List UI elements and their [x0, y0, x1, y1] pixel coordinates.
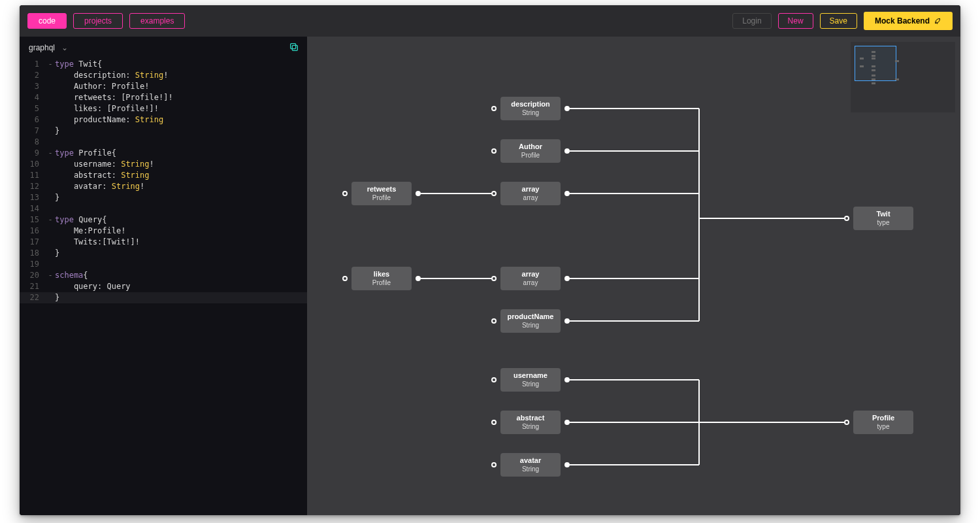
code-line[interactable]: 17 Twits:[Twit!]! — [20, 237, 307, 248]
code-line[interactable]: 11 abstract: String — [20, 170, 307, 181]
topbar-tabs: codeprojectsexamples — [27, 13, 185, 29]
code-line[interactable]: 18 } — [20, 248, 307, 259]
code-line[interactable]: 3 Author: Profile! — [20, 81, 307, 92]
topbar: codeprojectsexamples Login New Save Mock… — [20, 5, 960, 37]
node-port-l[interactable] — [342, 191, 348, 196]
code-line[interactable]: 4 retweets: [Profile!]! — [20, 92, 307, 103]
editor-header: graphql ⌄ — [20, 37, 307, 59]
node-port-r[interactable] — [564, 276, 570, 281]
save-button[interactable]: Save — [820, 13, 857, 29]
rocket-icon — [934, 17, 941, 25]
node-port-r[interactable] — [564, 462, 570, 467]
code-line[interactable]: 7 } — [20, 126, 307, 137]
graph-canvas[interactable]: retweetsProfilelikesProfiledescriptionSt… — [307, 37, 960, 515]
code-line[interactable]: 2 description: String! — [20, 70, 307, 81]
node-port-r[interactable] — [564, 106, 570, 111]
graph-node-arr1[interactable]: arrayarray — [500, 182, 561, 205]
code-line[interactable]: 12 avatar: String! — [20, 181, 307, 192]
node-port-l[interactable] — [844, 216, 849, 221]
tab-code[interactable]: code — [27, 13, 67, 29]
minimap[interactable] — [851, 42, 955, 112]
node-port-l[interactable] — [491, 106, 497, 111]
code-line[interactable]: 19 — [20, 259, 307, 270]
code-line[interactable]: 1-type Twit{ — [20, 59, 307, 70]
login-button[interactable]: Login — [732, 13, 771, 29]
graph-node-retweets[interactable]: retweetsProfile — [351, 182, 412, 205]
graph-node-arr2[interactable]: arrayarray — [500, 267, 561, 290]
mock-backend-button[interactable]: Mock Backend — [864, 12, 953, 30]
node-port-l[interactable] — [491, 148, 497, 154]
code-line[interactable]: 15-type Query{ — [20, 214, 307, 226]
svg-rect-0 — [292, 45, 297, 50]
new-button[interactable]: New — [778, 13, 813, 29]
graph-node-Profile[interactable]: Profiletype — [853, 411, 913, 434]
node-port-r[interactable] — [564, 318, 570, 324]
graph-node-Twit[interactable]: Twittype — [853, 207, 913, 230]
chevron-down-icon[interactable]: ⌄ — [61, 43, 68, 52]
code-line[interactable]: 6 productName: String — [20, 114, 307, 126]
code-line[interactable]: 9-type Profile{ — [20, 148, 307, 159]
svg-rect-1 — [291, 44, 296, 49]
graph-node-description[interactable]: descriptionString — [500, 97, 561, 120]
graph-node-likes[interactable]: likesProfile — [351, 267, 412, 290]
code-line[interactable]: 16 Me:Profile! — [20, 226, 307, 237]
code-line[interactable]: 13 } — [20, 192, 307, 203]
tab-projects[interactable]: projects — [73, 13, 123, 29]
node-port-r[interactable] — [564, 191, 570, 196]
node-port-r[interactable] — [416, 276, 421, 281]
node-port-l[interactable] — [491, 462, 497, 467]
tab-examples[interactable]: examples — [129, 13, 185, 29]
code-line[interactable]: 20-schema{ — [20, 270, 307, 281]
minimap-viewport[interactable] — [855, 46, 896, 81]
code-editor[interactable]: graphql ⌄ 1-type Twit{2 description: Str… — [20, 37, 307, 515]
code-line[interactable]: 10 username: String! — [20, 159, 307, 170]
code-line[interactable]: 22 } — [20, 292, 307, 303]
node-port-r[interactable] — [416, 191, 421, 196]
node-port-l[interactable] — [491, 377, 497, 382]
mock-backend-label: Mock Backend — [875, 16, 930, 25]
graph-node-username[interactable]: usernameString — [500, 368, 561, 392]
code-line[interactable]: 5 likes: [Profile!]! — [20, 103, 307, 114]
code-body[interactable]: 1-type Twit{2 description: String!3 Auth… — [20, 59, 307, 303]
code-line[interactable]: 21 query: Query — [20, 281, 307, 292]
app-frame: codeprojectsexamples Login New Save Mock… — [20, 5, 960, 515]
node-port-l[interactable] — [491, 191, 497, 196]
node-port-l[interactable] — [342, 276, 348, 281]
node-port-l[interactable] — [491, 276, 497, 281]
language-label[interactable]: graphql — [29, 43, 55, 52]
node-port-r[interactable] — [564, 377, 570, 382]
node-port-l[interactable] — [844, 420, 849, 425]
copy-icon[interactable] — [287, 41, 301, 54]
node-port-r[interactable] — [564, 148, 570, 154]
node-port-l[interactable] — [491, 318, 497, 324]
node-port-r[interactable] — [564, 420, 570, 425]
graph-node-abstract[interactable]: abstractString — [500, 411, 561, 434]
graph-node-Author[interactable]: AuthorProfile — [500, 139, 561, 163]
node-port-l[interactable] — [491, 420, 497, 425]
code-line[interactable]: 14 — [20, 203, 307, 214]
graph-node-productName[interactable]: productNameString — [500, 309, 561, 333]
code-line[interactable]: 8 — [20, 137, 307, 148]
graph-node-avatar[interactable]: avatarString — [500, 453, 561, 477]
